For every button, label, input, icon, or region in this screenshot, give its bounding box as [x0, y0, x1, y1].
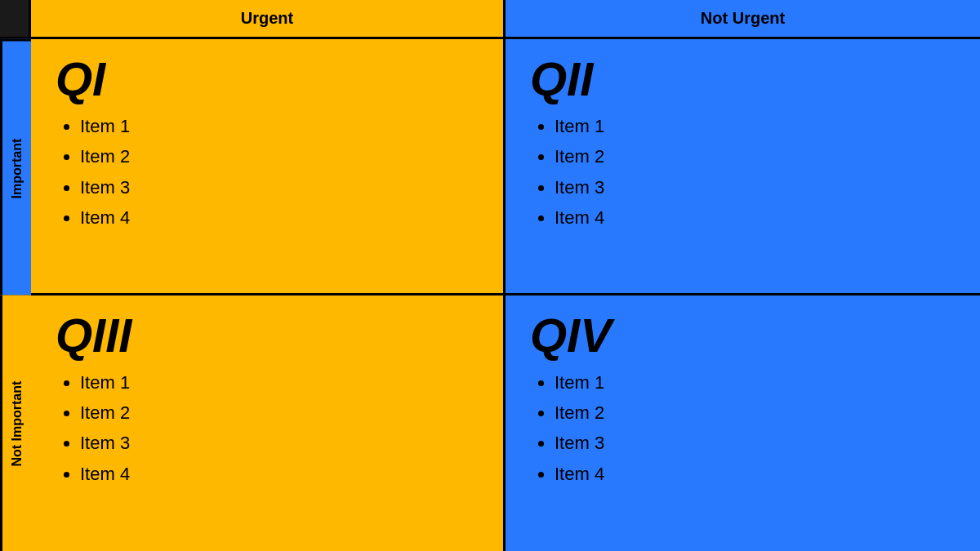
quadrant-q1: QI Item 1 Item 2 Item 3 Item 4: [31, 39, 506, 295]
quadrant-q3: QIII Item 1 Item 2 Item 3 Item 4: [31, 295, 506, 552]
q1-title: QI: [56, 56, 479, 103]
list-item: Item 4: [80, 459, 479, 489]
q4-list: Item 1 Item 2 Item 3 Item 4: [530, 367, 956, 490]
side-label-not-important: Not Important: [0, 295, 31, 552]
list-item: Item 4: [555, 459, 956, 489]
list-item: Item 2: [555, 398, 956, 428]
q3-title: QIII: [56, 312, 479, 359]
list-item: Item 1: [555, 111, 956, 141]
list-item: Item 2: [80, 141, 479, 171]
list-item: Item 1: [80, 367, 479, 398]
list-item: Item 3: [555, 428, 956, 458]
q3-list: Item 1 Item 2 Item 3 Item 4: [56, 367, 479, 490]
list-item: Item 2: [80, 398, 479, 428]
list-item: Item 3: [80, 428, 479, 458]
eisenhower-matrix: Urgent Not Urgent Important QI Item 1 It…: [0, 0, 980, 551]
q2-list: Item 1 Item 2 Item 3 Item 4: [530, 111, 956, 233]
q2-title: QII: [530, 56, 956, 103]
list-item: Item 1: [555, 367, 956, 398]
header-urgent: Urgent: [31, 0, 506, 39]
q1-list: Item 1 Item 2 Item 3 Item 4: [56, 111, 479, 233]
urgent-label: Urgent: [241, 9, 293, 28]
list-item: Item 3: [80, 172, 479, 202]
corner-cell: [0, 0, 31, 39]
list-item: Item 4: [555, 202, 956, 233]
list-item: Item 2: [555, 141, 956, 171]
quadrant-q4: QIV Item 1 Item 2 Item 3 Item 4: [506, 295, 980, 552]
quadrant-q2: QII Item 1 Item 2 Item 3 Item 4: [506, 39, 980, 295]
header-not-urgent: Not Urgent: [506, 0, 980, 39]
side-label-important: Important: [0, 39, 31, 295]
q4-title: QIV: [530, 312, 956, 359]
list-item: Item 1: [80, 111, 479, 141]
list-item: Item 4: [80, 202, 479, 233]
not-urgent-label: Not Urgent: [701, 9, 785, 28]
list-item: Item 3: [555, 172, 956, 202]
